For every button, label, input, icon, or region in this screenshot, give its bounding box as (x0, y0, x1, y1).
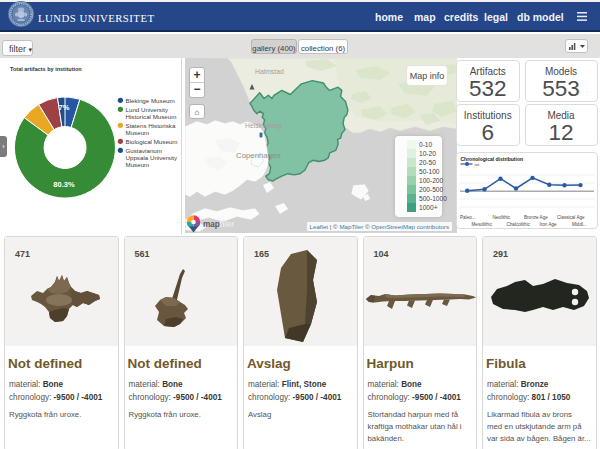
svg-text:7%: 7% (59, 103, 70, 112)
svg-text:Museum: Museum (126, 129, 150, 136)
svg-text:Uppsala University: Uppsala University (126, 154, 178, 161)
svg-text:Neolithic: Neolithic (492, 215, 510, 220)
svg-text:Historical Museum: Historical Museum (126, 113, 177, 120)
svg-text:1000+: 1000+ (419, 204, 438, 211)
svg-text:Copenhagen: Copenhagen (236, 151, 281, 160)
svg-text:Classical Age: Classical Age (557, 215, 585, 220)
svg-text:Bronze Age: Bronze Age (524, 215, 548, 220)
svg-text:Biological Museum: Biological Museum (126, 138, 178, 145)
svg-text:200-500: 200-500 (419, 186, 444, 193)
svg-text:tot: tot (474, 162, 480, 167)
svg-text:Middl...: Middl... (572, 222, 587, 227)
svg-text:Gustavianum: Gustavianum (126, 147, 162, 154)
svg-text:Helsingborg: Helsingborg (245, 122, 281, 130)
svg-text:Chronological distribution: Chronological distribution (460, 156, 523, 162)
svg-text:Halmstad: Halmstad (255, 68, 284, 75)
svg-text:Museum: Museum (126, 161, 150, 168)
svg-text:80.3%: 80.3% (53, 180, 75, 189)
svg-text:tiler: tiler (220, 220, 236, 229)
svg-text:Mesolithic: Mesolithic (471, 222, 492, 227)
svg-text:10-20: 10-20 (419, 150, 436, 157)
svg-text:50-100: 50-100 (419, 168, 440, 175)
svg-text:500-1000: 500-1000 (419, 195, 447, 202)
svg-text:Paleo...: Paleo... (460, 215, 476, 220)
svg-text:100-200: 100-200 (419, 177, 444, 184)
svg-text:0-10: 0-10 (419, 141, 433, 148)
svg-text:Iron Age: Iron Age (539, 222, 557, 227)
svg-text:Blekinge Museum: Blekinge Museum (126, 97, 175, 104)
svg-text:map: map (203, 220, 220, 229)
svg-text:20-50: 20-50 (419, 159, 436, 166)
svg-text:Chalcolithic: Chalcolithic (506, 222, 530, 227)
